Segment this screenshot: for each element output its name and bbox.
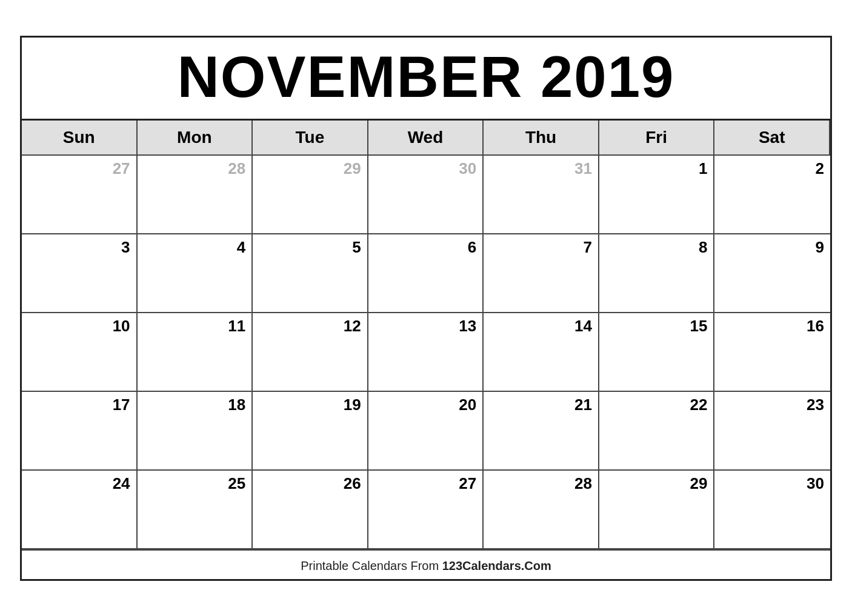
day-cell[interactable]: 30 (714, 471, 830, 549)
day-cell[interactable]: 13 (368, 313, 484, 392)
day-cell[interactable]: 10 (22, 313, 138, 392)
day-cell[interactable]: 16 (714, 313, 830, 392)
day-header-mon: Mon (138, 121, 253, 156)
day-header-sun: Sun (22, 121, 138, 156)
day-cell[interactable]: 8 (599, 234, 715, 313)
day-header-fri: Fri (599, 121, 715, 156)
day-cell[interactable]: 23 (714, 392, 830, 471)
day-cell[interactable]: 5 (253, 234, 368, 313)
day-cell[interactable]: 12 (253, 313, 368, 392)
day-header-tue: Tue (253, 121, 368, 156)
day-cell[interactable]: 24 (22, 471, 138, 549)
day-cell[interactable]: 9 (714, 234, 830, 313)
day-cell[interactable]: 29 (599, 471, 715, 549)
day-cell[interactable]: 17 (22, 392, 138, 471)
day-cell[interactable]: 29 (253, 156, 368, 234)
day-cell[interactable]: 22 (599, 392, 715, 471)
day-cell[interactable]: 31 (484, 156, 599, 234)
day-cell[interactable]: 28 (138, 156, 253, 234)
footer-brand: 123Calendars.Com (442, 559, 551, 572)
day-cell[interactable]: 6 (368, 234, 484, 313)
day-cell[interactable]: 25 (138, 471, 253, 549)
day-cell[interactable]: 20 (368, 392, 484, 471)
day-cell[interactable]: 1 (599, 156, 715, 234)
day-cell[interactable]: 30 (368, 156, 484, 234)
calendar-grid: SunMonTueWedThuFriSat2728293031123456789… (22, 121, 830, 549)
day-cell[interactable]: 15 (599, 313, 715, 392)
calendar-title: NOVEMBER 2019 (22, 38, 830, 121)
day-cell[interactable]: 21 (484, 392, 599, 471)
day-header-sat: Sat (714, 121, 830, 156)
day-cell[interactable]: 14 (484, 313, 599, 392)
day-cell[interactable]: 11 (138, 313, 253, 392)
day-cell[interactable]: 26 (253, 471, 368, 549)
day-cell[interactable]: 4 (138, 234, 253, 313)
day-header-wed: Wed (368, 121, 484, 156)
day-cell[interactable]: 3 (22, 234, 138, 313)
day-cell[interactable]: 27 (22, 156, 138, 234)
footer-text: Printable Calendars From (301, 559, 442, 572)
day-cell[interactable]: 28 (484, 471, 599, 549)
calendar-footer: Printable Calendars From 123Calendars.Co… (22, 549, 830, 579)
day-cell[interactable]: 2 (714, 156, 830, 234)
day-cell[interactable]: 7 (484, 234, 599, 313)
day-cell[interactable]: 18 (138, 392, 253, 471)
day-cell[interactable]: 27 (368, 471, 484, 549)
day-cell[interactable]: 19 (253, 392, 368, 471)
day-header-thu: Thu (484, 121, 599, 156)
calendar: NOVEMBER 2019 SunMonTueWedThuFriSat27282… (20, 36, 832, 581)
